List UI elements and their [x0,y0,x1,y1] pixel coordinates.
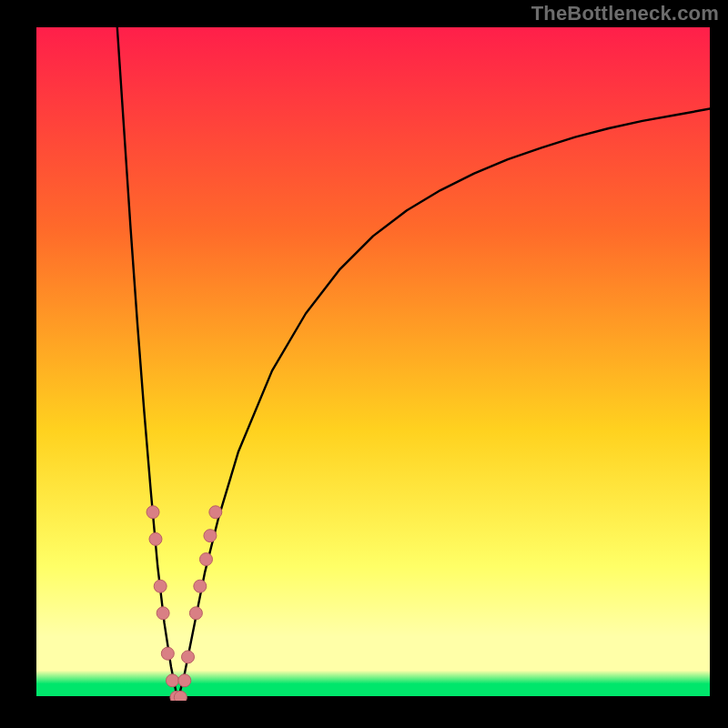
marker-point [182,651,195,663]
marker-point [178,674,191,687]
marker-point [209,506,222,519]
marker-point [166,674,178,687]
marker-point [204,530,217,542]
marker-point [189,607,202,620]
chart-svg [36,27,710,701]
marker-point [157,607,169,620]
marker-point [174,691,187,701]
plot-area [36,27,710,701]
marker-point [199,553,212,566]
marker-point [154,580,167,592]
marker-point [147,506,159,519]
watermark-text: TheBottleneck.com [531,2,719,25]
chart-container: TheBottleneck.com [0,0,728,728]
marker-point [149,532,162,545]
marker-point [194,580,207,592]
marker-point [161,647,174,660]
bottom-strip [36,696,710,701]
